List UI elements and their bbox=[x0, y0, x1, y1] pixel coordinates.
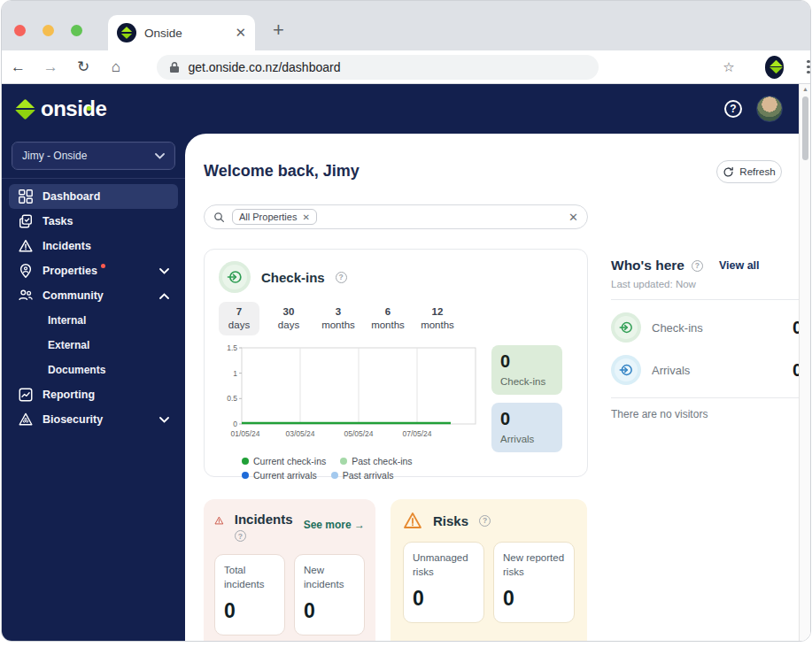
browser-menu-icon[interactable] bbox=[807, 60, 810, 74]
whos-here-title: Who's here bbox=[611, 258, 684, 273]
stat-label: Total incidents bbox=[224, 564, 275, 591]
search-clear-icon[interactable]: ✕ bbox=[568, 211, 578, 224]
y-tick-label: 1.5 bbox=[227, 343, 237, 352]
page-scrollbar[interactable]: ▲ bbox=[799, 84, 810, 641]
close-window-button[interactable] bbox=[14, 25, 26, 36]
reload-button[interactable]: ↻ bbox=[67, 58, 100, 76]
reporting-chart-icon bbox=[18, 387, 34, 403]
arrival-circle-icon bbox=[611, 355, 641, 385]
legend-label: Current arrivals bbox=[253, 470, 317, 481]
view-all-link[interactable]: View all bbox=[719, 259, 760, 272]
period-unit: days bbox=[228, 320, 250, 330]
legend-dot-current-checkins bbox=[242, 458, 249, 465]
sidebar-subitem-label: External bbox=[48, 339, 89, 351]
checkins-line-chart: 1.5 1 0.5 0 01/05/24 03/05/24 05/05/24 0… bbox=[219, 343, 484, 447]
legend-dot-past-checkins bbox=[340, 458, 347, 465]
sidebar-item-biosecurity[interactable]: Biosecurity bbox=[9, 407, 178, 432]
refresh-button[interactable]: Refresh bbox=[716, 160, 782, 183]
tasks-icon bbox=[18, 213, 34, 229]
new-incidents-stat: New incidents 0 bbox=[294, 554, 365, 635]
whos-here-help-icon[interactable]: ? bbox=[692, 260, 703, 272]
x-tick-label: 03/05/24 bbox=[285, 429, 314, 438]
incident-warning-icon bbox=[214, 512, 224, 529]
sidebar-item-properties[interactable]: Properties bbox=[9, 258, 178, 283]
onside-logo: onside bbox=[18, 96, 106, 121]
tab-30-days[interactable]: 30days bbox=[268, 302, 309, 335]
community-people-icon bbox=[18, 288, 34, 304]
sidebar-item-incidents[interactable]: Incidents bbox=[9, 234, 178, 258]
app-top-nav: onside ? bbox=[2, 84, 799, 134]
tab-12-months[interactable]: 12months bbox=[417, 302, 458, 335]
risks-card-title: Risks bbox=[433, 513, 468, 528]
see-more-link[interactable]: See more → bbox=[304, 519, 365, 531]
chevron-down-icon[interactable] bbox=[159, 268, 169, 274]
no-visitors-message: There are no visitors bbox=[611, 408, 799, 420]
help-icon[interactable]: ? bbox=[724, 100, 742, 118]
risks-help-icon[interactable]: ? bbox=[479, 515, 491, 527]
zoom-window-button[interactable] bbox=[71, 25, 82, 36]
see-more-arrow-icon: → bbox=[354, 519, 365, 531]
account-selector[interactable]: Jimy - Onside bbox=[12, 142, 174, 169]
arrivals-stat-value: 0 bbox=[500, 409, 553, 429]
chevron-up-icon[interactable] bbox=[159, 293, 169, 299]
whos-here-panel: Who's here ? View all Last updated: Now … bbox=[611, 258, 799, 420]
sidebar-item-tasks[interactable]: Tasks bbox=[9, 209, 178, 234]
stat-value: 0 bbox=[413, 587, 475, 611]
risks-card: Risks ? Unmanaged risks 0 New reported r… bbox=[391, 499, 587, 641]
sidebar-item-dashboard[interactable]: Dashboard bbox=[9, 184, 178, 209]
tab-3-months[interactable]: 3months bbox=[318, 302, 359, 335]
browser-window: Onside ✕ + ← → ↻ ⌂ get.onside.co.nz/dash… bbox=[1, 0, 811, 642]
sidebar-item-external[interactable]: External bbox=[2, 333, 185, 358]
back-button[interactable]: ← bbox=[2, 58, 35, 76]
minimize-window-button[interactable] bbox=[43, 25, 54, 36]
row-label: Arrivals bbox=[652, 364, 782, 377]
stat-label: New incidents bbox=[304, 564, 355, 591]
dashboard-content: Welcome back, Jimy Refresh All Propertie… bbox=[185, 134, 799, 641]
tab-close-icon[interactable]: ✕ bbox=[235, 25, 246, 41]
warning-triangle-icon bbox=[18, 238, 34, 254]
chip-remove-icon[interactable]: ✕ bbox=[302, 212, 309, 222]
logo-i-dot bbox=[87, 106, 91, 111]
x-tick-label: 01/05/24 bbox=[230, 429, 259, 438]
property-search-input[interactable]: All Properties ✕ ✕ bbox=[204, 204, 588, 229]
stat-value: 0 bbox=[304, 599, 355, 623]
bookmark-star-icon[interactable]: ☆ bbox=[723, 59, 734, 75]
home-button[interactable]: ⌂ bbox=[100, 58, 133, 76]
filter-chip-label: All Properties bbox=[239, 212, 297, 222]
address-bar[interactable]: get.onside.co.nz/dashboard bbox=[157, 55, 599, 80]
arrivals-stat-label: Arrivals bbox=[500, 434, 553, 444]
lock-icon bbox=[169, 61, 180, 73]
properties-notification-dot bbox=[101, 264, 105, 268]
new-tab-button[interactable]: + bbox=[273, 20, 284, 40]
checkins-help-icon[interactable]: ? bbox=[336, 272, 347, 283]
checkins-stat-value: 0 bbox=[500, 351, 553, 372]
whos-here-arrivals-row: Arrivals 0 bbox=[611, 352, 799, 388]
total-incidents-stat: Total incidents 0 bbox=[214, 554, 285, 635]
search-icon bbox=[213, 212, 225, 223]
sidebar-item-community[interactable]: Community bbox=[9, 283, 178, 308]
filter-chip-all-properties[interactable]: All Properties ✕ bbox=[232, 209, 317, 225]
sidebar-item-internal[interactable]: Internal bbox=[2, 308, 185, 333]
sidebar-item-label: Biosecurity bbox=[43, 413, 103, 426]
sidebar-item-documents[interactable]: Documents bbox=[2, 358, 185, 382]
sidebar-item-reporting[interactable]: Reporting bbox=[9, 382, 178, 407]
incidents-help-icon[interactable]: ? bbox=[235, 530, 246, 542]
onside-favicon-icon bbox=[117, 23, 136, 42]
tab-7-days[interactable]: 7days bbox=[219, 302, 259, 335]
chevron-down-icon[interactable] bbox=[159, 417, 169, 423]
sidebar: Jimy - Onside Dashboard Tasks bbox=[2, 134, 185, 641]
sidebar-subitem-label: Documents bbox=[48, 364, 105, 376]
stat-value: 0 bbox=[224, 599, 275, 623]
onside-extension-icon[interactable] bbox=[765, 56, 785, 79]
scroll-up-arrow-icon[interactable]: ▲ bbox=[802, 86, 808, 92]
scrollbar-thumb[interactable] bbox=[802, 96, 808, 160]
sidebar-subitem-label: Internal bbox=[48, 314, 86, 327]
user-avatar[interactable] bbox=[756, 96, 783, 122]
tab-6-months[interactable]: 6months bbox=[367, 302, 408, 335]
checkins-stat-label: Check-ins bbox=[500, 376, 553, 387]
browser-tab[interactable]: Onside ✕ bbox=[108, 15, 255, 50]
forward-button[interactable]: → bbox=[35, 58, 67, 76]
whos-here-checkins-row: Check-ins 0 bbox=[611, 310, 799, 345]
page-title: Welcome back, Jimy bbox=[204, 162, 360, 181]
legend-label: Past check-ins bbox=[352, 456, 412, 466]
